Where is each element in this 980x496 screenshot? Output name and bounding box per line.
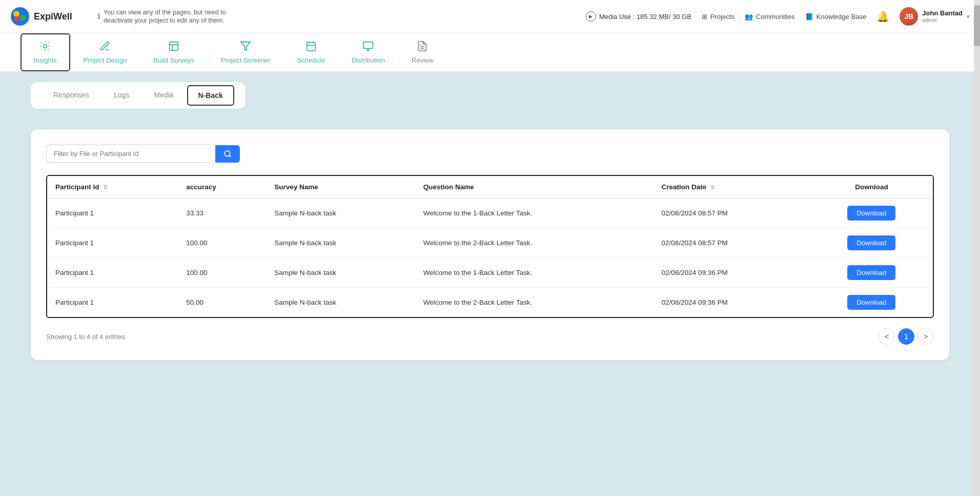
cell-survey-name: Sample N-back task (266, 228, 415, 258)
tab-project-design[interactable]: Project Design (70, 33, 140, 71)
cell-creation-date: 02/08/2024 09:36 PM (654, 288, 810, 318)
sub-tab-media[interactable]: Media (141, 84, 186, 107)
user-name: John Bantad (922, 9, 963, 17)
svg-line-11 (229, 155, 231, 157)
entries-info: Showing 1 to 4 of 4 entries (46, 333, 125, 341)
logo-icon (10, 7, 30, 26)
cell-question-name: Welcome to the 1-Back Letter Task. (415, 199, 654, 228)
cell-question-name: Welcome to the 2-Back Letter Task. (415, 228, 654, 258)
download-button-1[interactable]: Download (847, 206, 895, 221)
tab-project-design-label: Project Design (84, 56, 127, 64)
logo-area: ExpiWell (10, 7, 92, 26)
build-surveys-icon (168, 41, 179, 54)
tab-build-surveys-label: Build Surveys (153, 56, 194, 64)
filter-input[interactable] (46, 145, 210, 163)
user-info: John Bantad admin (922, 9, 963, 24)
page-1-button[interactable]: 1 (898, 328, 914, 345)
col-creation-date: Creation Date ⇅ (654, 176, 810, 199)
knowledge-base-icon: 📘 (805, 13, 813, 21)
cell-participant-id: Participant 1 (47, 199, 178, 228)
tab-schedule[interactable]: Schedule (284, 33, 338, 71)
avatar: JB (900, 7, 918, 26)
scrollbar-thumb[interactable] (974, 5, 980, 46)
distribution-icon (362, 41, 374, 54)
info-icon: ℹ (97, 11, 100, 22)
cell-question-name: Welcome to the 1-Back Letter Task. (415, 258, 654, 288)
review-icon (417, 41, 428, 54)
knowledge-base-link[interactable]: 📘 Knowledge Base (805, 13, 867, 21)
sub-tab-responses-label: Responses (53, 91, 89, 99)
sub-tab-logs[interactable]: Logs (101, 84, 141, 107)
communities-icon: 👥 (745, 13, 753, 21)
tab-review[interactable]: Review (398, 33, 447, 71)
cell-accuracy: 50.00 (178, 288, 266, 318)
table-body: Participant 1 33.33 Sample N-back task W… (47, 199, 933, 318)
project-screener-icon (240, 41, 251, 54)
tab-review-label: Review (412, 56, 434, 64)
schedule-icon (305, 41, 317, 54)
table-row: Participant 1 50.00 Sample N-back task W… (47, 288, 933, 318)
sub-tab-media-label: Media (154, 91, 173, 99)
insights-icon (39, 41, 51, 54)
cell-question-name: Welcome to the 2-Back Letter Task. (415, 288, 654, 318)
cell-download: Download (810, 228, 933, 258)
sub-tab-responses[interactable]: Responses (41, 84, 101, 107)
cell-accuracy: 100.00 (178, 258, 266, 288)
content-area: Responses Logs Media N-Back (0, 72, 980, 370)
col-accuracy: accuracy (178, 176, 266, 199)
pagination-row: Showing 1 to 4 of 4 entries < 1 > (46, 328, 934, 345)
filter-row (46, 145, 934, 163)
download-button-4[interactable]: Download (847, 295, 895, 310)
cell-creation-date: 02/08/2024 08:57 PM (654, 228, 810, 258)
download-button-3[interactable]: Download (847, 265, 895, 280)
sub-tab-n-back-label: N-Back (198, 91, 223, 100)
search-button[interactable] (215, 145, 240, 163)
svg-point-10 (224, 151, 230, 156)
scrollbar[interactable] (974, 0, 980, 496)
tab-build-surveys[interactable]: Build Surveys (140, 33, 207, 71)
sort-icon-participant: ⇅ (103, 184, 108, 190)
cell-survey-name: Sample N-back task (266, 258, 415, 288)
svg-rect-6 (307, 43, 316, 51)
project-design-icon (99, 41, 111, 54)
tab-schedule-label: Schedule (297, 56, 325, 64)
cell-creation-date: 02/08/2024 08:57 PM (654, 199, 810, 228)
user-role: admin (922, 17, 963, 24)
knowledge-base-label: Knowledge Base (816, 13, 867, 21)
cell-creation-date: 02/08/2024 09:36 PM (654, 258, 810, 288)
cell-accuracy: 33.33 (178, 199, 266, 228)
cell-download: Download (810, 199, 933, 228)
next-page-button[interactable]: > (917, 328, 934, 345)
projects-link[interactable]: ⊞ Projects (702, 13, 734, 21)
col-participant-id: Participant Id ⇅ (47, 176, 178, 199)
media-use: ▶ Media Use : 185.32 MB/ 30 GB (586, 11, 691, 22)
play-icon: ▶ (586, 11, 596, 22)
tab-project-screener[interactable]: Project Screener (208, 33, 284, 71)
svg-rect-5 (170, 42, 178, 51)
cell-participant-id: Participant 1 (47, 258, 178, 288)
logo-text: ExpiWell (34, 11, 72, 22)
communities-link[interactable]: 👥 Communities (745, 13, 795, 21)
tab-distribution-label: Distribution (352, 56, 385, 64)
cell-download: Download (810, 288, 933, 318)
svg-point-1 (13, 11, 19, 17)
tab-distribution[interactable]: Distribution (338, 33, 398, 71)
cell-accuracy: 100.00 (178, 228, 266, 258)
col-survey-name: Survey Name (266, 176, 415, 199)
cell-participant-id: Participant 1 (47, 228, 178, 258)
sub-tab-n-back[interactable]: N-Back (187, 85, 234, 106)
projects-icon: ⊞ (702, 13, 707, 21)
tab-insights-label: Insights (34, 56, 57, 64)
chevron-down-icon: ▾ (967, 13, 970, 20)
svg-rect-7 (363, 42, 373, 49)
svg-point-4 (44, 44, 47, 48)
prev-page-button[interactable]: < (879, 328, 895, 345)
download-button-2[interactable]: Download (847, 235, 895, 250)
tab-insights[interactable]: Insights (21, 33, 70, 71)
user-menu[interactable]: JB John Bantad admin ▾ (900, 7, 970, 26)
top-right-nav: ▶ Media Use : 185.32 MB/ 30 GB ⊞ Project… (586, 7, 970, 26)
notification-bell-icon[interactable]: 🔔 (876, 10, 889, 23)
cell-download: Download (810, 258, 933, 288)
cell-survey-name: Sample N-back task (266, 199, 415, 228)
cell-participant-id: Participant 1 (47, 288, 178, 318)
